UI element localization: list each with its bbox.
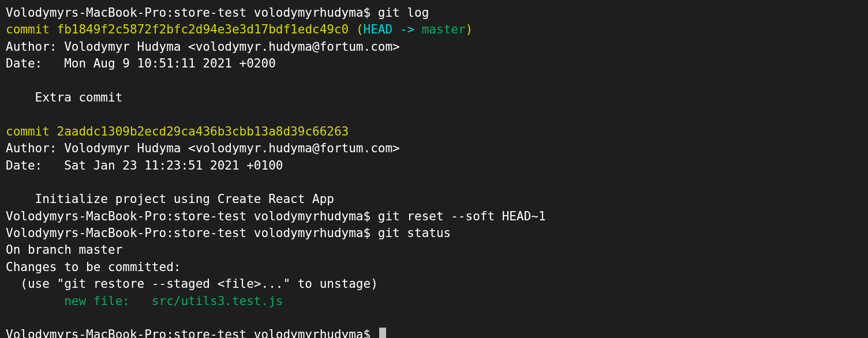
command-text: git reset --soft HEAD~1: [378, 209, 546, 223]
commit-prefix: commit: [6, 125, 57, 138]
prompt-line: Volodymyrs-MacBook-Pro:store-test volody…: [6, 5, 862, 21]
status-hint: (use "git restore --staged <file>..." to…: [6, 276, 862, 292]
shell-prompt: Volodymyrs-MacBook-Pro:store-test volody…: [6, 328, 378, 338]
blank-line: [6, 106, 862, 123]
prompt-line: Volodymyrs-MacBook-Pro:store-test volody…: [6, 225, 862, 242]
ref-open: (: [349, 22, 363, 36]
ref-close: ): [466, 22, 473, 36]
prompt-line: Volodymyrs-MacBook-Pro:store-test volody…: [6, 326, 862, 338]
date-line: Date: Mon Aug 9 10:51:11 2021 +0200: [6, 55, 862, 72]
commit-message: Extra commit: [6, 89, 862, 106]
author-line: Author: Volodymyr Hudyma <volodymyr.hudy…: [6, 140, 862, 157]
commit-line: commit fb1849f2c5872f2bfc2d94e3e3d17bdf1…: [6, 21, 862, 38]
cursor: [379, 328, 386, 338]
commit-line: commit 2aaddc1309b2ecd29ca436b3cbb13a8d3…: [6, 123, 862, 140]
command-text: git log: [378, 6, 429, 20]
blank-line: [6, 310, 862, 326]
status-changes-header: Changes to be committed:: [6, 259, 862, 276]
status-new-file: new file: src/utils3.test.js: [6, 293, 862, 310]
shell-prompt: Volodymyrs-MacBook-Pro:store-test volody…: [6, 226, 378, 240]
commit-prefix: commit: [6, 22, 57, 36]
commit-hash: 2aaddc1309b2ecd29ca436b3cbb13a8d39c66263: [57, 125, 349, 138]
command-text: git status: [378, 226, 451, 240]
branch-ref: master: [422, 22, 466, 36]
terminal-output[interactable]: Volodymyrs-MacBook-Pro:store-test volody…: [6, 5, 862, 338]
date-line: Date: Sat Jan 23 11:23:51 2021 +0100: [6, 157, 862, 174]
author-line: Author: Volodymyr Hudyma <volodymyr.hudy…: [6, 39, 862, 55]
blank-line: [6, 73, 862, 89]
status-branch: On branch master: [6, 242, 862, 258]
blank-line: [6, 174, 862, 191]
commit-hash: fb1849f2c5872f2bfc2d94e3e3d17bdf1edc49c0: [57, 22, 349, 36]
shell-prompt: Volodymyrs-MacBook-Pro:store-test volody…: [6, 6, 378, 20]
prompt-line: Volodymyrs-MacBook-Pro:store-test volody…: [6, 208, 862, 225]
shell-prompt: Volodymyrs-MacBook-Pro:store-test volody…: [6, 209, 378, 223]
commit-message: Initialize project using Create React Ap…: [6, 191, 862, 208]
head-ref: HEAD ->: [364, 22, 422, 36]
